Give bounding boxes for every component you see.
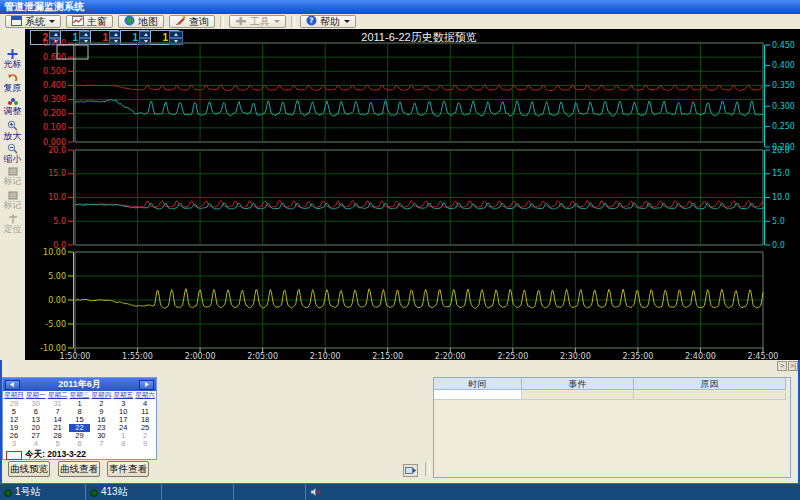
menu-label: 系统 [25, 15, 45, 29]
series-ch3-yellow [75, 289, 763, 309]
statusbar-cell-empty [162, 484, 234, 500]
tool-label: 光标 [0, 59, 25, 69]
left-tick-label: 0.700 [43, 39, 66, 48]
x-tick-label: 2:30:00 [560, 352, 591, 360]
x-tick-label: 2:15:00 [372, 352, 403, 360]
calendar-day[interactable]: 4 [25, 440, 47, 448]
table-cell[interactable] [522, 390, 634, 400]
right-arrow-icon [143, 381, 150, 388]
detail-toggle-button[interactable] [403, 464, 418, 477]
x-tick-label: 2:35:00 [622, 352, 653, 360]
menu-查询-button[interactable]: 查询 [169, 15, 215, 28]
calendar-day[interactable]: 8 [112, 440, 134, 448]
calendar-day[interactable]: 9 [134, 440, 156, 448]
calendar-day[interactable]: 5 [47, 440, 69, 448]
scroll-end-button[interactable]: >| [788, 361, 798, 371]
statusbar-station-1[interactable]: 1号站 [0, 484, 86, 500]
today-label[interactable]: 今天: 2013-3-22 [25, 449, 86, 461]
calendar-day[interactable]: 7 [90, 440, 112, 448]
time-scroll-buttons: > >| [777, 361, 798, 371]
left-tick-label: 15.0 [48, 169, 66, 178]
menu-主窗-button[interactable]: 主窗 [66, 15, 113, 28]
series-ch2-cyan [75, 203, 763, 209]
menu-label: 主窗 [87, 15, 107, 29]
left-arrow-icon [9, 381, 16, 388]
station-dot-icon [90, 483, 98, 500]
today-marker-box [6, 451, 22, 460]
tool-缩小-4[interactable]: 缩小 [0, 143, 25, 164]
map-icon [124, 15, 135, 28]
left-tick-label: 0.300 [43, 95, 66, 104]
left-tick-label: -5.00 [45, 320, 66, 329]
left-tick-label: 0.00 [48, 296, 66, 305]
column-header-事件[interactable]: 事件 [522, 378, 634, 390]
chart-tools-sidebar: 光标复原调整放大缩小标记标记定位 [0, 29, 25, 360]
calendar-day[interactable]: 6 [69, 440, 91, 448]
x-tick-label: 2:45:00 [748, 352, 779, 360]
column-header-原因[interactable]: 原因 [634, 378, 786, 390]
action-曲线查看-button[interactable]: 曲线查看 [58, 461, 100, 477]
left-tick-label: 5.0 [53, 217, 66, 226]
menu-工具-button[interactable]: 工具 [229, 15, 286, 28]
adjust-icon [0, 96, 25, 106]
locate-icon [0, 214, 25, 224]
scroll-next-button[interactable]: > [777, 361, 787, 371]
table-row[interactable] [434, 390, 790, 400]
left-tick-label: 0.200 [43, 109, 66, 118]
x-tick-label: 2:10:00 [310, 352, 341, 360]
menu-系统-button[interactable]: 系统 [5, 15, 61, 28]
x-tick-label: 2:25:00 [497, 352, 528, 360]
x-tick-label: 1:50:00 [60, 352, 91, 360]
left-tick-label: 0.400 [43, 81, 66, 90]
calendar-grid: 2930311234567891011121314151617181920212… [3, 400, 156, 448]
speaker-muted-icon[interactable] [310, 483, 321, 500]
tool-标记-6: 标记 [0, 191, 25, 210]
tool-label: 标记 [0, 176, 25, 186]
chevron-down-icon [344, 20, 350, 23]
menu-帮助-button[interactable]: ?帮助 [300, 15, 356, 28]
menubar: 系统主窗地图查询工具?帮助 [0, 14, 800, 29]
action-曲线预览-button[interactable]: 曲线预览 [8, 461, 50, 477]
undo-icon [0, 73, 25, 83]
left-tick-label: 10.00 [43, 248, 66, 257]
tool-光标-0[interactable]: 光标 [0, 49, 25, 69]
calendar-next-button[interactable] [139, 380, 154, 390]
table-cell[interactable] [634, 390, 786, 400]
tool-调整-2[interactable]: 调整 [0, 96, 25, 116]
action-事件查看-button[interactable]: 事件查看 [107, 461, 149, 477]
calendar-day[interactable]: 3 [3, 440, 25, 448]
events-table-header: 时间事件原因 [434, 378, 790, 390]
menu-地图-button[interactable]: 地图 [118, 15, 164, 28]
calendar-today-row: 今天: 2013-3-22 [3, 448, 156, 462]
menu-label: 查询 [189, 15, 209, 29]
chart-panel: 2011-6-22历史数据预览 21111 0.7000.6000.5000.4… [25, 29, 800, 360]
play-detail-icon [405, 466, 416, 475]
left-tick-label: 5.00 [48, 272, 66, 281]
x-tick-label: 2:20:00 [435, 352, 466, 360]
left-tick-label: 10.0 [48, 193, 66, 202]
x-tick-label: 2:00:00 [185, 352, 216, 360]
system-icon [11, 16, 22, 28]
window-titlebar[interactable]: 管道泄漏监测系统 [0, 0, 800, 14]
calendar-month-label: 2011年6月 [58, 378, 101, 391]
cursor-cross-icon [0, 49, 25, 59]
status-bar: 1号站413站 [0, 483, 800, 500]
tool-放大-3[interactable]: 放大 [0, 120, 25, 141]
statusbar-station-2[interactable]: 413站 [86, 484, 162, 500]
table-cell[interactable] [434, 390, 522, 400]
tool-label: 调整 [0, 106, 25, 116]
column-header-时间[interactable]: 时间 [434, 378, 522, 390]
splitter-grip[interactable] [425, 462, 430, 476]
tool-label: 标记 [0, 200, 25, 210]
calendar-titlebar: 2011年6月 [3, 378, 156, 391]
tool-定位-7: 定位 [0, 214, 25, 234]
right-tick-label: 0.350 [772, 81, 795, 90]
left-tick-label: 0.600 [43, 53, 66, 62]
calendar: 2011年6月 星期日星期一星期二星期三星期四星期五星期六 2930311234… [2, 377, 157, 460]
zoom-in-icon [0, 120, 25, 131]
calendar-prev-button[interactable] [5, 380, 20, 390]
tool-复原-1[interactable]: 复原 [0, 73, 25, 93]
tool-label: 定位 [0, 224, 25, 234]
tools-icon [235, 16, 247, 28]
plot-border[interactable] [75, 43, 763, 142]
